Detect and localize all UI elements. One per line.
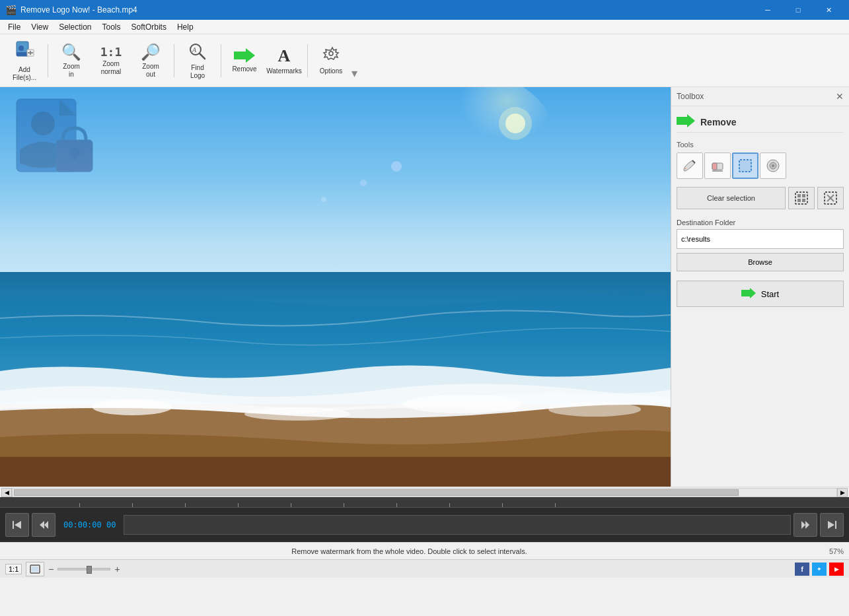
magic-wand-tool-button[interactable]	[760, 153, 786, 179]
clear-selection-button[interactable]: Clear selection	[677, 187, 786, 209]
zoom-normal-button[interactable]: 1:1 Zoomnormal	[92, 38, 130, 83]
rect-select-tool-button[interactable]	[732, 153, 758, 179]
svg-rect-2	[17, 52, 28, 56]
brush-tool-button[interactable]	[677, 153, 703, 179]
menu-softorbits[interactable]: SoftOrbits	[126, 21, 172, 33]
svg-marker-51	[44, 521, 48, 529]
zoom-ratio-label: 1:1	[5, 564, 22, 574]
main-content: Toolbox ✕ Remove Tools	[0, 87, 849, 487]
close-button[interactable]: ✕	[813, 0, 844, 20]
toolbox-close-icon[interactable]: ✕	[836, 91, 844, 102]
fit-button[interactable]	[26, 562, 44, 576]
zoom-in-button[interactable]: 🔍 Zoomin	[52, 38, 91, 83]
zoom-slider-thumb[interactable]	[87, 566, 92, 574]
svg-point-26	[31, 112, 55, 135]
remove-label: Remove	[232, 65, 256, 73]
svg-rect-43	[802, 199, 805, 202]
browse-button[interactable]: Browse	[677, 253, 844, 271]
eraser-tool-button[interactable]	[704, 153, 731, 179]
facebook-button[interactable]: f	[795, 563, 809, 576]
more-icon[interactable]: ▾	[351, 66, 357, 81]
remove-button[interactable]: Remove	[225, 38, 264, 83]
svg-line-7	[200, 53, 205, 59]
svg-rect-40	[797, 194, 801, 197]
toolbox-body: Remove Tools	[671, 106, 849, 487]
svg-point-16	[360, 180, 367, 186]
options-button[interactable]: Options	[312, 38, 350, 83]
scroll-thumb[interactable]	[14, 489, 739, 496]
zoom-normal-label: Zoomnormal	[101, 60, 122, 76]
destination-path-input[interactable]	[677, 229, 844, 249]
deselect-icon-button[interactable]	[817, 187, 844, 209]
find-logo-label: FindLogo	[190, 64, 205, 80]
select-all-icon-button[interactable]	[788, 187, 815, 209]
statusbar: Remove watermark from the whole video. D…	[0, 542, 849, 559]
zoom-plus-icon[interactable]: +	[114, 565, 120, 574]
ruler-tick-5	[317, 503, 370, 507]
maximize-button[interactable]: □	[783, 0, 813, 20]
svg-rect-35	[739, 160, 751, 172]
zoom-out-label: Zoomout	[142, 63, 159, 79]
add-files-button[interactable]: AddFile(s)...	[5, 38, 44, 83]
go-to-start-button[interactable]	[5, 513, 29, 537]
svg-marker-53	[805, 521, 809, 529]
add-files-icon	[14, 39, 35, 65]
svg-rect-57	[32, 566, 38, 572]
watermarks-button[interactable]: A Watermarks	[265, 38, 303, 83]
bottombar: 1:1 − + f ✦ ▶	[0, 559, 849, 578]
svg-marker-50	[40, 521, 44, 529]
svg-point-14	[499, 107, 532, 140]
svg-rect-39	[795, 192, 807, 204]
scroll-track[interactable]	[12, 488, 837, 497]
canvas-area[interactable]	[0, 87, 671, 487]
zoom-out-icon: 🔍	[141, 43, 161, 61]
sep3	[221, 44, 221, 77]
twitter-button[interactable]: ✦	[812, 563, 827, 576]
svg-rect-41	[802, 194, 805, 197]
timeline: 00:00:00 00	[0, 497, 849, 542]
remove-icon	[234, 48, 255, 64]
zoom-in-label: Zoomin	[63, 63, 80, 79]
timeline-ruler	[0, 497, 849, 508]
ruler-tick-4	[264, 503, 317, 507]
svg-marker-47	[741, 288, 756, 298]
scroll-left-button[interactable]: ◀	[1, 488, 12, 497]
toolbar: AddFile(s)... 🔍 Zoomin 1:1 Zoomnormal 🔍 …	[0, 34, 849, 87]
scroll-right-button[interactable]: ▶	[837, 488, 848, 497]
menu-view[interactable]: View	[26, 21, 54, 33]
tools-label: Tools	[677, 141, 844, 149]
ruler-tick-2	[159, 503, 211, 507]
menu-tools[interactable]: Tools	[97, 21, 126, 33]
menu-selection[interactable]: Selection	[54, 21, 96, 33]
svg-marker-55	[828, 521, 834, 529]
menu-help[interactable]: Help	[172, 21, 199, 33]
zoom-minus-icon[interactable]: −	[48, 565, 54, 574]
start-arrow-icon	[741, 288, 756, 300]
svg-point-22	[403, 395, 522, 413]
svg-marker-30	[677, 114, 695, 127]
svg-point-15	[391, 161, 402, 172]
minimize-button[interactable]: ─	[753, 0, 783, 20]
timeline-controls: 00:00:00 00	[0, 508, 849, 542]
ruler-tick-1	[106, 503, 159, 507]
zoom-out-button[interactable]: 🔍 Zoomout	[131, 38, 170, 83]
svg-rect-48	[13, 521, 14, 529]
horizontal-scrollbar: ◀ ▶	[0, 487, 849, 497]
zoom-normal-icon: 1:1	[100, 45, 122, 59]
watermarks-label: Watermarks	[266, 67, 302, 75]
svg-point-23	[548, 402, 641, 417]
tools-row	[677, 153, 844, 179]
destination-folder-label: Destination Folder	[677, 219, 844, 226]
step-back-button[interactable]	[32, 513, 55, 537]
toolbox-header: Toolbox ✕	[671, 87, 849, 106]
title-text: Remove Logo Now! - Beach.mp4	[20, 5, 753, 15]
find-logo-button[interactable]: A FindLogo	[178, 38, 217, 83]
menu-file[interactable]: File	[3, 21, 26, 33]
zoom-slider[interactable]	[57, 568, 110, 570]
step-forward-button[interactable]	[794, 513, 817, 537]
timeline-track[interactable]	[124, 515, 791, 535]
start-button[interactable]: Start	[677, 281, 844, 307]
youtube-button[interactable]: ▶	[829, 563, 844, 576]
go-to-end-button[interactable]	[820, 513, 844, 537]
options-icon	[322, 46, 340, 66]
